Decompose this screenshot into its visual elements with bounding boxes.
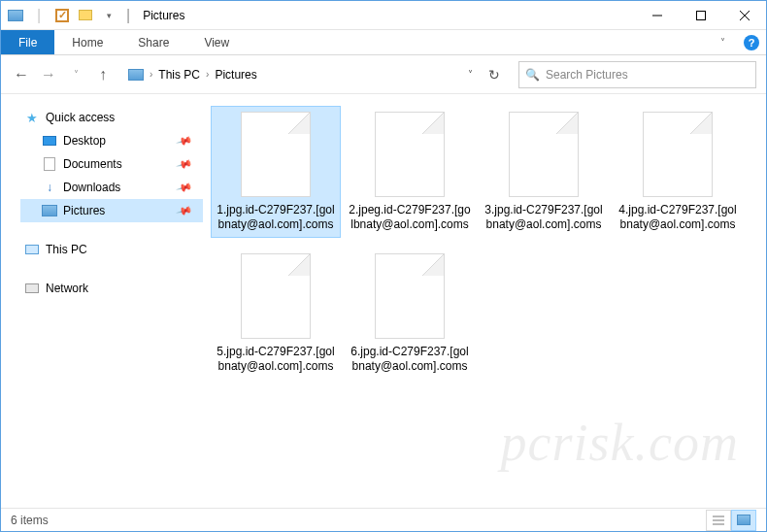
close-button[interactable] (722, 1, 766, 30)
tab-view[interactable]: View (186, 30, 247, 54)
file-name: 3.jpg.id-C279F237.[golbnaty@aol.com].com… (481, 203, 607, 232)
navbar: ← → ˅ ↑ › This PC › Pictures ˅ ↻ 🔍 Searc… (1, 55, 766, 94)
help-button[interactable]: ? (737, 30, 766, 54)
sidebar-item-label: Desktop (63, 134, 106, 148)
pin-icon: 📌 (176, 132, 194, 150)
statusbar: 6 items (1, 508, 766, 531)
sidebar-item-label: Downloads (63, 181, 120, 194)
file-name: 5.jpg.id-C279F237.[golbnaty@aol.com].com… (213, 345, 339, 374)
file-item[interactable]: 2.jpeg.id-C279F237.[golbnaty@aol.com].co… (345, 106, 475, 238)
sidebar-item-label: Pictures (63, 204, 105, 217)
tab-share[interactable]: Share (120, 30, 186, 54)
file-name: 6.jpg.id-C279F237.[golbnaty@aol.com].com… (347, 345, 473, 374)
up-button[interactable]: ↑ (92, 66, 114, 83)
file-icon (643, 112, 713, 197)
file-item[interactable]: 4.jpg.id-C279F237.[golbnaty@aol.com].com… (613, 106, 743, 238)
sidebar-item-label: Documents (63, 157, 122, 171)
monitor-icon (24, 242, 40, 257)
desktop-icon (42, 133, 57, 149)
pin-icon: 📌 (176, 155, 194, 173)
file-icon (509, 112, 579, 197)
ribbon-expand-icon[interactable]: ˅ (708, 30, 737, 54)
sidebar-network[interactable]: Network (20, 277, 203, 300)
file-name: 4.jpg.id-C279F237.[golbnaty@aol.com].com… (615, 203, 741, 232)
file-icon (241, 112, 311, 197)
svg-rect-1 (696, 11, 705, 19)
window-title: Pictures (143, 9, 184, 22)
qat-dropdown-icon[interactable]: ▾ (98, 5, 119, 26)
sidebar: ★ Quick access Desktop 📌 Documents 📌 ↓ D… (1, 94, 203, 508)
title-separator: | (126, 7, 130, 24)
titlebar: | ✓ ▾ | Pictures (1, 1, 766, 30)
sidebar-item-label: This PC (46, 243, 87, 256)
location-icon (128, 69, 144, 81)
minimize-button[interactable] (635, 1, 679, 30)
file-item[interactable]: 5.jpg.id-C279F237.[golbnaty@aol.com].com… (211, 248, 341, 380)
help-icon: ? (744, 35, 759, 50)
chevron-right-icon[interactable]: › (206, 69, 209, 80)
sidebar-item-desktop[interactable]: Desktop 📌 (20, 129, 203, 152)
details-view-button[interactable] (706, 510, 731, 531)
recent-locations-dropdown[interactable]: ˅ (65, 69, 86, 80)
network-icon (24, 281, 40, 296)
sidebar-item-documents[interactable]: Documents 📌 (20, 152, 203, 176)
sidebar-item-label: Quick access (46, 111, 115, 124)
tab-home[interactable]: Home (54, 30, 120, 54)
pin-icon: 📌 (176, 202, 194, 219)
breadcrumb-current[interactable]: Pictures (215, 68, 256, 82)
file-name: 2.jpeg.id-C279F237.[golbnaty@aol.com].co… (347, 203, 473, 232)
file-icon (241, 253, 311, 339)
pin-icon: 📌 (176, 179, 194, 196)
file-list[interactable]: 1.jpg.id-C279F237.[golbnaty@aol.com].com… (203, 94, 766, 508)
app-icon[interactable] (5, 5, 26, 26)
ribbon: File Home Share View ˅ ? (1, 30, 766, 55)
star-icon: ★ (24, 110, 40, 125)
address-bar[interactable]: › This PC › Pictures ˅ ↻ (123, 61, 509, 88)
download-icon: ↓ (42, 180, 57, 195)
sidebar-quick-access[interactable]: ★ Quick access (20, 106, 203, 129)
properties-icon[interactable]: ✓ (51, 5, 73, 26)
refresh-button[interactable]: ↻ (484, 67, 504, 83)
document-icon (42, 156, 57, 172)
file-icon (375, 112, 445, 197)
pictures-icon (42, 203, 57, 218)
file-item[interactable]: 3.jpg.id-C279F237.[golbnaty@aol.com].com… (479, 106, 609, 238)
quick-access-toolbar: | ✓ ▾ (1, 5, 123, 26)
chevron-right-icon[interactable]: › (150, 69, 152, 80)
new-folder-icon[interactable] (75, 5, 96, 26)
icons-view-button[interactable] (731, 510, 756, 531)
sidebar-item-downloads[interactable]: ↓ Downloads 📌 (20, 176, 203, 199)
qat-separator: | (28, 5, 50, 26)
sidebar-item-pictures[interactable]: Pictures 📌 (20, 199, 203, 222)
file-icon (375, 253, 445, 339)
file-name: 1.jpg.id-C279F237.[golbnaty@aol.com].com… (213, 203, 339, 232)
sidebar-item-label: Network (46, 282, 88, 295)
search-icon: 🔍 (525, 68, 540, 82)
search-input[interactable]: 🔍 Search Pictures (518, 61, 756, 88)
sidebar-this-pc[interactable]: This PC (20, 238, 203, 261)
address-dropdown-icon[interactable]: ˅ (462, 69, 479, 80)
item-count: 6 items (11, 514, 49, 527)
breadcrumb-root[interactable]: This PC (158, 68, 200, 82)
back-button[interactable]: ← (11, 66, 32, 83)
file-tab[interactable]: File (1, 30, 54, 54)
forward-button[interactable]: → (38, 66, 59, 83)
file-item[interactable]: 6.jpg.id-C279F237.[golbnaty@aol.com].com… (345, 248, 475, 380)
file-item[interactable]: 1.jpg.id-C279F237.[golbnaty@aol.com].com… (211, 106, 341, 238)
search-placeholder: Search Pictures (546, 68, 628, 82)
maximize-button[interactable] (679, 1, 722, 30)
